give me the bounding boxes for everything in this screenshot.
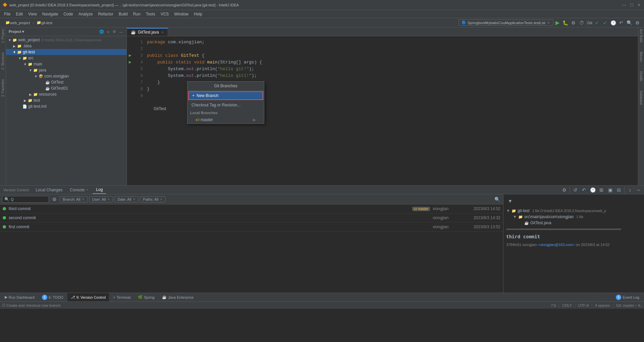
git-update-btn[interactable]: ✓ <box>601 19 609 27</box>
editor-tab-gittest[interactable]: ☕ GitTest.java ✕ <box>127 28 168 36</box>
vc-git-test-item[interactable]: ▼ 📁 git-test 1 file D:\IntelliJ IDEA 201… <box>506 208 641 214</box>
tree-root[interactable]: ▼ 📁 web_project D:\IntelliJ IDEA 2018.3.… <box>6 37 126 43</box>
console-tab[interactable]: Console ✕ <box>66 186 92 194</box>
branch-filter[interactable]: Branch: All ▼ <box>60 196 88 202</box>
menu-window[interactable]: Window <box>171 10 191 18</box>
debug-button[interactable]: 🐛 <box>561 19 570 27</box>
vc-src-item[interactable]: ▼ 📁 src\main\java\com\xiongjian 1 file <box>506 214 641 220</box>
console-close[interactable]: ✕ <box>86 188 89 192</box>
sidebar-favorites-label[interactable]: 2: Favorites <box>0 78 5 98</box>
maximize-button[interactable]: ☐ <box>629 3 634 7</box>
git-history-btn[interactable]: 🕐 <box>609 19 617 27</box>
menu-code[interactable]: Code <box>61 10 76 18</box>
close-button[interactable]: ✕ <box>637 3 641 7</box>
maven-label[interactable]: Maven <box>639 50 644 63</box>
vc-grid-btn[interactable]: ⊞ <box>597 186 605 194</box>
minimize-button[interactable]: — <box>622 3 627 7</box>
commit-first[interactable]: first commit . xiongjian 2023/8/3 13:52 <box>0 223 503 232</box>
breadcrumb-project[interactable]: 📁 web_project <box>3 20 33 26</box>
position-indicator[interactable]: 7:6 <box>551 303 556 307</box>
vc-expand-btn[interactable]: ↕ <box>626 186 634 194</box>
vc-panel1-btn[interactable]: ▣ <box>606 186 614 194</box>
database-label[interactable]: Database <box>639 89 644 106</box>
menu-edit[interactable]: Edit <box>13 10 25 18</box>
commit-second[interactable]: second commit . xiongjian 2023/8/3 14:32 <box>0 213 503 223</box>
vc-filter-settings-btn[interactable]: ⚙ <box>50 195 58 203</box>
user-filter[interactable]: User: All ▼ <box>89 196 113 202</box>
vc-expand-all[interactable]: ▼ <box>506 197 514 205</box>
checkout-tag-item[interactable]: Checkout Tag or Revision... <box>187 101 264 109</box>
editor-tab-close[interactable]: ✕ <box>161 31 164 34</box>
log-tab[interactable]: Log <box>93 186 106 194</box>
res-toggle[interactable]: ▶ <box>28 93 33 96</box>
tree-main[interactable]: ▼ 📁 main <box>6 61 126 67</box>
test-toggle[interactable]: ▶ <box>23 99 28 102</box>
paths-filter[interactable]: Paths: All ▼ <box>140 196 166 202</box>
tree-iml[interactable]: 📄 git-test.iml <box>6 103 126 109</box>
git-revert-btn[interactable]: ↶ <box>617 19 625 27</box>
vc-search-box[interactable]: 🔍 <box>2 196 49 203</box>
menu-build[interactable]: Build <box>116 10 130 18</box>
event-log-btn[interactable]: 6 Event Log <box>612 293 643 301</box>
sidebar-structure-label[interactable]: 2: Structure <box>0 51 5 71</box>
version-control-btn[interactable]: ⎇ 9: Version Control <box>67 293 109 301</box>
panel-collapse-btn[interactable]: — <box>119 29 124 35</box>
todo-btn[interactable]: 6 6: TODO <box>39 293 67 301</box>
gradle-label[interactable]: Gradle <box>639 70 644 83</box>
src-toggle[interactable]: ▼ <box>17 56 22 60</box>
tree-src[interactable]: ▼ 📁 src <box>6 55 126 61</box>
vc-src-toggle[interactable]: ▼ <box>513 214 517 219</box>
menu-file[interactable]: File <box>1 10 13 18</box>
panel-globe-btn[interactable]: 🌐 <box>99 29 105 35</box>
java-toggle[interactable]: ▼ <box>28 68 33 72</box>
menu-navigate[interactable]: Navigate <box>40 10 61 18</box>
ant-build-label[interactable]: Ant Build <box>639 28 644 44</box>
master-branch-item[interactable]: 🏷 master ▶ <box>187 116 264 124</box>
new-branch-item[interactable]: + New Branch <box>188 91 263 100</box>
vc-search-btn[interactable]: 🔍 <box>493 195 501 203</box>
run-button[interactable]: ▶ <box>553 19 561 27</box>
spring-btn[interactable]: 🌿 Spring <box>135 293 158 301</box>
menu-analyze[interactable]: Analyze <box>76 10 96 18</box>
vc-settings-btn[interactable]: ⚙ <box>560 186 568 194</box>
idea-toggle[interactable]: ▶ <box>12 44 17 48</box>
tree-resources[interactable]: ▶ 📁 resources <box>6 91 126 97</box>
git-test-toggle[interactable]: ▼ <box>12 50 17 54</box>
java-enterprise-btn[interactable]: ☕ Java Enterprise <box>159 293 197 301</box>
settings-btn[interactable]: ⚙ <box>633 19 641 27</box>
root-toggle[interactable]: ▼ <box>7 38 12 42</box>
vc-scrollbar[interactable] <box>506 229 621 230</box>
menu-run[interactable]: Run <box>130 10 143 18</box>
vc-search-input[interactable] <box>11 197 47 201</box>
tree-idea-folder[interactable]: ▶ 📁 .idea <box>6 43 126 49</box>
run-dashboard-btn[interactable]: ▶ Run Dashboard <box>1 293 38 301</box>
indent-indicator[interactable]: 4 spaces <box>595 303 610 307</box>
tree-gittest-class[interactable]: ☕ GitTest <box>6 79 126 85</box>
pkg-toggle[interactable]: ▼ <box>34 75 38 78</box>
git-commit-btn[interactable]: ✓ <box>593 19 601 27</box>
sidebar-project-label[interactable]: 1: Project <box>0 28 5 44</box>
menu-help[interactable]: Help <box>191 10 205 18</box>
tree-gittest01-class[interactable]: ☕ GitTest01 <box>6 85 126 91</box>
tree-java[interactable]: ▼ 📁 java <box>6 67 126 73</box>
vc-gittest-file[interactable]: ☕ GitTest.java <box>506 220 641 226</box>
panel-settings-btn[interactable]: ⚙ <box>112 29 117 35</box>
panel-filter-btn[interactable]: ≡ <box>107 29 110 35</box>
encoding-indicator[interactable]: UTF-8 <box>578 303 589 307</box>
local-changes-tab[interactable]: Local Changes <box>32 186 66 194</box>
vc-clock-btn[interactable]: 🕐 <box>589 186 597 194</box>
vc-refresh-btn[interactable]: ↺ <box>571 186 579 194</box>
date-filter[interactable]: Date: All ▼ <box>114 196 139 202</box>
tree-git-test[interactable]: ▼ 📁 git-test <box>6 49 126 55</box>
search-everywhere-btn[interactable]: 🔍 <box>625 19 633 27</box>
tree-package[interactable]: ▼ 📦 com.xiongjian <box>6 73 126 79</box>
menu-refactor[interactable]: Refactor <box>96 10 116 18</box>
breadcrumb-module[interactable]: 📁 git-test <box>34 20 55 26</box>
coverage-button[interactable]: ⚙ <box>570 19 578 27</box>
git-branch-indicator[interactable]: Git: master ↑ 4↓ <box>616 303 642 307</box>
vc-panel2-btn[interactable]: ⊟ <box>615 186 623 194</box>
main-toggle[interactable]: ▼ <box>23 62 28 66</box>
terminal-btn[interactable]: > Terminal <box>110 293 134 301</box>
menu-tools[interactable]: Tools <box>143 10 158 18</box>
vc-folder-toggle[interactable]: ▼ <box>506 208 510 213</box>
